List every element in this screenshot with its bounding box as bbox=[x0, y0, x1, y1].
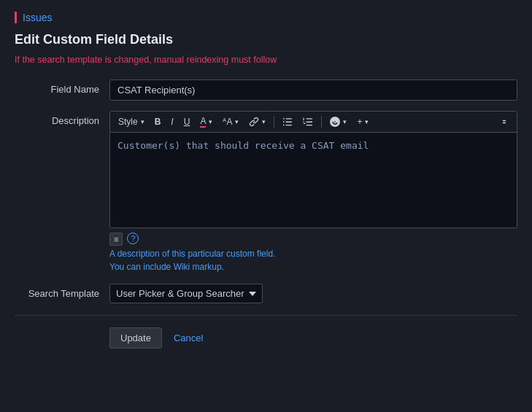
bullet-list-icon bbox=[282, 117, 293, 127]
hint-line1: A description of this particular custom … bbox=[109, 247, 517, 260]
link-icon bbox=[249, 117, 259, 127]
font-color-label: A bbox=[200, 116, 206, 128]
toolbar-separator-1 bbox=[274, 116, 274, 128]
breadcrumb-label[interactable]: Issues bbox=[15, 12, 52, 23]
font-size-button[interactable]: ᴬA ▾ bbox=[219, 115, 242, 128]
numbered-list-icon bbox=[303, 117, 313, 127]
font-color-chevron-icon: ▾ bbox=[209, 118, 212, 125]
page-container: Issues Edit Custom Field Details If the … bbox=[0, 0, 532, 360]
mention-button[interactable]: ▾ bbox=[326, 115, 350, 128]
warning-highlight: manual reindexing must follow bbox=[154, 55, 277, 65]
more-chevron-icon: ▾ bbox=[365, 118, 369, 125]
font-size-chevron-icon: ▾ bbox=[235, 118, 239, 125]
mention-icon bbox=[330, 117, 340, 127]
page-title: Edit Custom Field Details bbox=[15, 32, 517, 47]
italic-button[interactable]: I bbox=[167, 115, 177, 128]
editor-placeholder: Customer(s) that should receive a CSAT e… bbox=[117, 140, 369, 151]
description-control: Style ▾ B I U A bbox=[109, 111, 517, 273]
update-button[interactable]: Update bbox=[109, 327, 162, 349]
editor-toolbar: Style ▾ B I U A bbox=[110, 112, 517, 133]
style-chevron-icon: ▾ bbox=[141, 118, 144, 125]
editor-hint: ≡ ? bbox=[109, 233, 517, 246]
search-template-control: User Picker & Group Searcher User Search… bbox=[109, 284, 517, 303]
search-template-select[interactable]: User Picker & Group Searcher User Search… bbox=[109, 284, 263, 303]
font-color-button[interactable]: A ▾ bbox=[196, 114, 216, 129]
action-buttons: Update Cancel bbox=[15, 327, 517, 349]
underline-button[interactable]: U bbox=[180, 115, 194, 128]
warning-prefix: If the search template is changed, bbox=[15, 55, 154, 65]
form-divider bbox=[15, 315, 517, 316]
hint-description: A description of this particular custom … bbox=[109, 247, 517, 273]
link-button[interactable]: ▾ bbox=[245, 115, 269, 128]
link-chevron-icon: ▾ bbox=[262, 118, 266, 125]
warning-message: If the search template is changed, manua… bbox=[15, 55, 517, 65]
field-name-control bbox=[109, 79, 517, 101]
field-name-label: Field Name bbox=[15, 79, 109, 95]
style-button[interactable]: Style ▾ bbox=[115, 115, 148, 128]
breadcrumb: Issues bbox=[15, 12, 517, 23]
hint-line2: You can include Wiki markup. bbox=[109, 260, 517, 273]
bold-button[interactable]: B bbox=[151, 115, 165, 128]
bullet-list-button[interactable] bbox=[279, 115, 296, 128]
more-button[interactable]: + ▾ bbox=[353, 115, 372, 128]
edit-form: Field Name Description Style ▾ B bbox=[15, 79, 517, 303]
help-icon[interactable]: ? bbox=[127, 233, 139, 244]
collapse-icon bbox=[500, 117, 509, 126]
numbered-list-button[interactable] bbox=[299, 115, 317, 128]
search-template-label: Search Template bbox=[15, 284, 109, 299]
rich-text-editor: Style ▾ B I U A bbox=[109, 111, 517, 228]
toolbar-separator-2 bbox=[321, 116, 322, 128]
field-name-row: Field Name bbox=[15, 79, 517, 101]
description-row: Description Style ▾ B I bbox=[15, 111, 517, 273]
mention-chevron-icon: ▾ bbox=[343, 118, 347, 125]
wiki-markup-button[interactable]: ≡ bbox=[109, 233, 123, 246]
description-label: Description bbox=[15, 111, 109, 126]
editor-body[interactable]: Customer(s) that should receive a CSAT e… bbox=[110, 133, 517, 228]
cancel-button[interactable]: Cancel bbox=[171, 328, 206, 348]
search-template-row: Search Template User Picker & Group Sear… bbox=[15, 284, 517, 303]
field-name-input[interactable] bbox=[109, 79, 517, 101]
collapse-button[interactable] bbox=[496, 116, 512, 128]
